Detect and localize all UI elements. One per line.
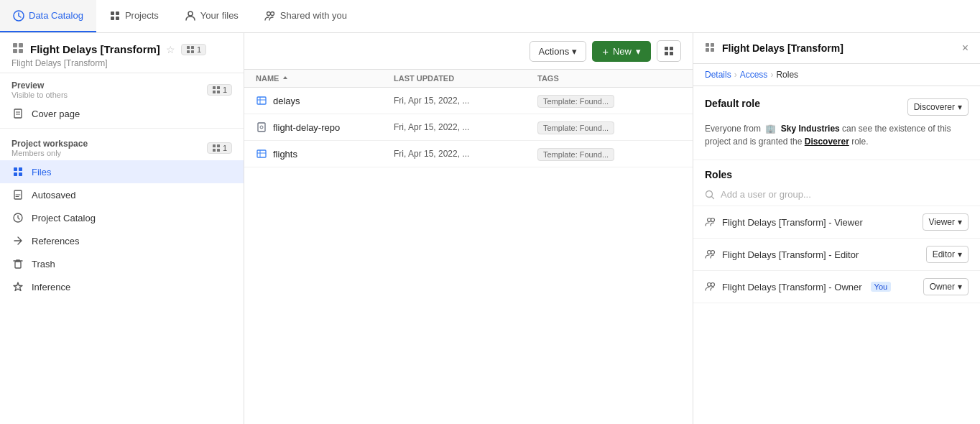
sidebar-item-references[interactable]: References	[0, 229, 244, 252]
svg-rect-4	[116, 17, 119, 20]
tab-data-catalog-label: Data Catalog	[29, 10, 83, 21]
table-row[interactable]: delays Fri, Apr 15, 2022, ... Template: …	[244, 88, 693, 114]
search-input[interactable]	[721, 189, 969, 200]
sidebar-item-files[interactable]: Files	[0, 160, 244, 183]
view-toggle-button[interactable]	[657, 40, 681, 62]
toolbar-right: Actions ▾ + New ▾	[530, 40, 681, 62]
svg-point-55	[708, 251, 711, 254]
svg-rect-42	[258, 123, 265, 132]
you-badge: You	[871, 282, 892, 292]
sidebar-item-inference[interactable]: Inference	[0, 275, 244, 298]
org-icon: 🏢	[765, 124, 776, 134]
svg-rect-25	[213, 149, 216, 152]
viewer-role-name: Flight Delays [Transform] - Viewer	[722, 217, 863, 228]
svg-rect-35	[665, 47, 668, 50]
actions-chevron: ▾	[572, 46, 577, 57]
right-panel-title-text: Flight Delays [Transform]	[722, 42, 843, 54]
svg-rect-15	[191, 50, 194, 53]
file-name-repo: flight-delay-repo	[256, 121, 394, 133]
svg-rect-37	[665, 52, 668, 55]
tab-projects[interactable]: Projects	[96, 0, 172, 32]
references-label: References	[32, 236, 79, 246]
table-icon-2	[256, 148, 267, 160]
star-icon[interactable]: ☆	[166, 44, 175, 55]
close-button[interactable]: ×	[962, 42, 969, 55]
table-header: NAME LAST UPDATED TAGS	[244, 70, 693, 88]
sidebar-item-cover-page[interactable]: Cover page	[0, 102, 244, 125]
col-name: NAME	[256, 74, 394, 83]
sidebar-divider-1	[0, 128, 244, 129]
tab-your-files[interactable]: Your files	[172, 0, 251, 32]
sidebar-preview-section: Preview Visible to others 1	[0, 73, 244, 102]
new-chevron: ▾	[636, 46, 641, 57]
sidebar-item-project-catalog[interactable]: Project Catalog	[0, 206, 244, 229]
file-tag-flights: Template: Found...	[537, 149, 681, 160]
project-catalog-icon	[11, 211, 24, 224]
svg-rect-19	[217, 91, 220, 93]
svg-point-7	[270, 11, 274, 15]
project-icon	[11, 42, 24, 57]
breadcrumb-roles: Roles	[776, 70, 798, 80]
autosaved-icon	[11, 188, 24, 201]
main-layout: Flight Delays [Transform] ☆ 1 Flight Del…	[0, 33, 980, 424]
user-group-icon	[705, 216, 716, 228]
sidebar-item-trash[interactable]: Trash	[0, 252, 244, 275]
breadcrumb-access[interactable]: Access	[740, 70, 768, 80]
svg-rect-20	[14, 109, 22, 118]
file-tag-repo: Template: Found...	[537, 122, 681, 133]
owner-role-label: Owner	[930, 282, 955, 292]
svg-rect-38	[670, 52, 673, 55]
col-tags: TAGS	[537, 74, 681, 83]
svg-rect-8	[13, 43, 17, 47]
owner-role-dropdown[interactable]: Owner ▾	[923, 278, 969, 295]
svg-rect-11	[19, 49, 23, 53]
svg-point-54	[711, 218, 715, 222]
project-count: 1	[197, 45, 201, 54]
discoverer-label: Discoverer	[914, 102, 955, 112]
data-catalog-icon	[13, 10, 24, 22]
your-files-icon	[185, 10, 196, 22]
preview-count-badge: 1	[207, 84, 232, 96]
role-name-text: Discoverer	[805, 137, 849, 147]
editor-role-dropdown[interactable]: Editor ▾	[926, 246, 969, 263]
table-icon	[256, 95, 267, 106]
role-row-editor: Flight Delays [Transform] - Editor Edito…	[693, 239, 980, 271]
svg-rect-44	[257, 150, 266, 157]
svg-rect-49	[706, 48, 709, 52]
search-row	[693, 183, 980, 206]
tab-shared-with-you[interactable]: Shared with you	[251, 0, 360, 32]
roles-section-header: Roles	[693, 160, 980, 183]
shared-icon	[264, 10, 276, 22]
svg-point-6	[267, 11, 270, 15]
panel-project-icon	[705, 42, 716, 54]
default-role-dropdown[interactable]: Discoverer ▾	[907, 98, 969, 116]
editor-role-name: Flight Delays [Transform] - Editor	[722, 249, 859, 260]
default-role-section: Default role Discoverer ▾ Everyone from …	[693, 86, 980, 160]
svg-rect-30	[19, 172, 22, 176]
editor-role-label: Editor	[933, 249, 955, 259]
repo-icon	[256, 121, 267, 133]
actions-label: Actions	[539, 46, 570, 57]
svg-rect-17	[217, 86, 220, 89]
file-table: NAME LAST UPDATED TAGS delays Fri, Apr 1…	[244, 70, 693, 424]
sidebar-item-autosaved[interactable]: Autosaved	[0, 183, 244, 206]
file-name-flights: flights	[256, 148, 394, 160]
svg-rect-18	[213, 91, 216, 93]
default-role-title: Default role	[705, 98, 760, 109]
autosaved-label: Autosaved	[32, 190, 75, 201]
table-row[interactable]: flights Fri, Apr 15, 2022, ... Template:…	[244, 141, 693, 167]
svg-rect-36	[670, 47, 673, 50]
table-row[interactable]: flight-delay-repo Fri, Apr 15, 2022, ...…	[244, 114, 693, 141]
default-role-description: Everyone from 🏢 Sky Industries can see t…	[705, 122, 969, 148]
svg-rect-26	[217, 149, 220, 152]
svg-rect-13	[191, 46, 194, 49]
panel-breadcrumb: Details › Access › Roles	[693, 64, 980, 86]
content-area: Actions ▾ + New ▾ NAME	[244, 33, 693, 424]
actions-button[interactable]: Actions ▾	[530, 41, 587, 62]
user-group-icon-3	[705, 281, 716, 292]
new-button[interactable]: + New ▾	[592, 41, 651, 62]
tab-data-catalog[interactable]: Data Catalog	[0, 0, 96, 32]
breadcrumb-details[interactable]: Details	[705, 70, 731, 80]
viewer-role-dropdown[interactable]: Viewer ▾	[923, 213, 969, 231]
svg-rect-28	[19, 167, 22, 171]
